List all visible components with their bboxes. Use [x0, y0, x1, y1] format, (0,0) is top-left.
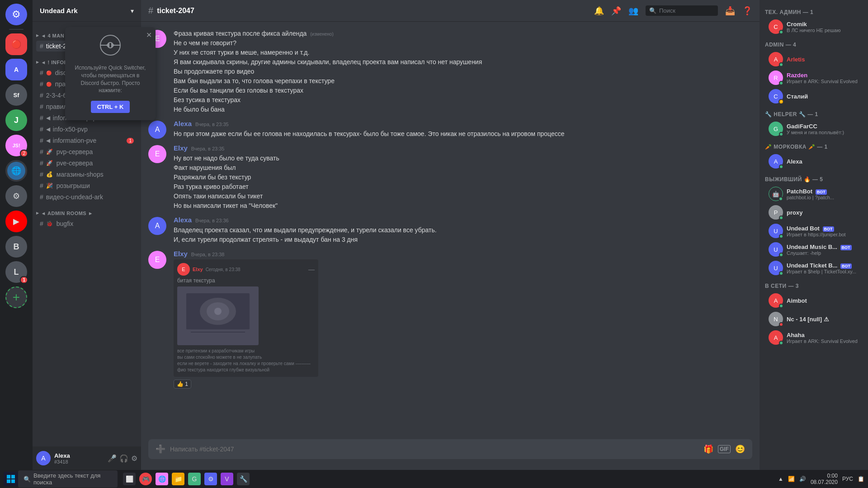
taskbar-icon-7[interactable]: V	[221, 473, 233, 485]
close-icon[interactable]: ✕	[146, 31, 152, 39]
channel-giveaways[interactable]: # 🎉 розыгрыши	[36, 180, 137, 191]
rs-category-survivor: ВЫЖИВШИЙ 🔥 — 5	[760, 171, 868, 184]
rs-user-arletis[interactable]: A Arletis	[763, 50, 864, 68]
channel-pve-servers[interactable]: # 🚀 pve-сервера	[36, 158, 137, 169]
settings-icon[interactable]: ⚙	[131, 454, 137, 463]
server-icon-play[interactable]: ▶	[5, 211, 27, 232]
rs-user-undead-ticket[interactable]: U Undead Ticket B... BOT Играет в $help …	[763, 259, 864, 277]
rs-user-aimbot[interactable]: A Aimbot	[763, 291, 864, 310]
emoji-icon[interactable]: 😊	[735, 444, 745, 454]
rs-user-nc14[interactable]: N Nc - 14 [null] ⚠	[763, 310, 864, 328]
gift-icon[interactable]: 🎁	[703, 444, 713, 454]
search-placeholder: Поиск	[659, 7, 675, 14]
server-icon-gear[interactable]: ⚙	[5, 185, 27, 207]
microphone-icon[interactable]: 🎤	[108, 454, 117, 463]
server-icon-l[interactable]: L 1	[5, 261, 27, 283]
taskbar-icon-1[interactable]: ⬜	[123, 473, 136, 485]
server-icon-1[interactable]: 🔴	[5, 33, 27, 55]
rs-user-status: patchbot.io | ?patch...	[787, 195, 859, 200]
taskbar-search-text: Введите здесь текст для поиска	[33, 472, 112, 486]
rs-user-proxy[interactable]: P proxy	[763, 203, 864, 221]
channel-videos[interactable]: # видео-с-undead-ark	[36, 192, 137, 202]
help-icon[interactable]: ❓	[742, 6, 752, 16]
current-user-name: Alexa	[54, 452, 104, 459]
message-image	[177, 286, 259, 345]
members-icon[interactable]: 👥	[628, 6, 638, 16]
rs-user-cromik[interactable]: C Cromik В ЛС ничего НЕ решаю	[763, 18, 864, 36]
server-icon-sf[interactable]: Sf	[5, 84, 27, 106]
add-icon[interactable]: ➕	[156, 444, 165, 454]
channel-header-name: ticket-2047	[157, 7, 194, 15]
message-content: Фраза кривая текстура после фикса айленд…	[174, 29, 752, 114]
server-icon-j[interactable]: J	[5, 109, 27, 131]
reaction-thumbs-up[interactable]: 👍 1	[174, 380, 191, 389]
message-group: E Фраза кривая текстура после фикса айле…	[148, 29, 752, 114]
close-embed-icon[interactable]: —	[308, 266, 315, 273]
status-dot	[779, 253, 783, 257]
rs-user-status: Играет в ARK: Survival Evolved	[787, 79, 859, 84]
server-list: ⚙ 🔴 A Sf J JS! 2 🌐 ⚙ ▶ B L 1 +	[0, 0, 33, 470]
discord-home-icon[interactable]: ⚙	[5, 4, 27, 25]
status-dot	[779, 30, 783, 34]
rs-avatar: U	[769, 261, 783, 275]
message-author: Alexa	[174, 120, 192, 127]
channel-category-admin[interactable]: ▸ ◄ ADMIN ROOMS ►	[33, 203, 141, 218]
rs-user-undead-music[interactable]: U Undead Music B... BOT Слушает: -help	[763, 240, 864, 258]
taskbar-icon-2[interactable]: 🎮	[139, 473, 152, 485]
add-server-button[interactable]: +	[5, 286, 27, 308]
server-icon-blue[interactable]: 🌐	[5, 160, 27, 182]
bot-badge: BOT	[816, 189, 827, 195]
server-icon-b[interactable]: B	[5, 236, 27, 258]
message-embed: E Elxy Сегодня, в 23:38 — битая текстура	[174, 259, 318, 377]
notification-center-icon[interactable]: 📋	[858, 476, 864, 482]
current-user-tag: #3418	[54, 459, 104, 465]
taskbar-icon-3[interactable]: 🌐	[156, 473, 168, 485]
rs-user-info: proxy	[787, 209, 859, 216]
rs-user-undead-bot[interactable]: U Undead Bot BOT Играет в https://junipe…	[763, 222, 864, 240]
search-bar[interactable]: 🔍 Поиск	[646, 5, 718, 16]
rs-user-patchbot[interactable]: 🤖 PatchBot BOT patchbot.io | ?patch...	[763, 185, 864, 203]
user-area: A Alexa #3418 🎤 🎧 ⚙	[33, 446, 141, 470]
avatar: E	[148, 251, 166, 269]
rs-user-alexa[interactable]: A Alexa	[763, 152, 864, 170]
channel-shops[interactable]: # 💰 магазины-shops	[36, 169, 137, 180]
server-notification-badge: 2	[20, 150, 28, 157]
taskbar-search[interactable]: 🔍 Введите здесь текст для поиска	[18, 470, 118, 488]
message-author: Elxy	[174, 250, 188, 258]
channel-pvp-servers[interactable]: # 🚀 pvp-сервера	[36, 146, 137, 157]
rs-user-name: Arletis	[787, 56, 859, 63]
pin-icon[interactable]: 📌	[611, 6, 621, 16]
server-icon-2[interactable]: A	[5, 59, 27, 80]
taskbar-icon-4[interactable]: 📁	[172, 473, 184, 485]
rs-user-razden[interactable]: R Razden Играет в ARK: Survival Evolved	[763, 69, 864, 87]
svg-rect-13	[11, 479, 15, 483]
status-dot	[779, 132, 783, 136]
inbox-icon[interactable]: 📥	[725, 6, 735, 16]
rs-user-ahaha[interactable]: A Ahaha Играет в ARK: Survival Evolved	[763, 328, 864, 347]
server-header[interactable]: Undead Ark ▾	[33, 0, 141, 22]
rs-user-status: Играет в ARK: Survival Evolved	[787, 338, 859, 344]
server-icon-js[interactable]: JS! 2	[5, 135, 27, 156]
image-caption: все притензии к разработчикам игры вы са…	[177, 348, 315, 373]
taskbar-discord-active[interactable]: ⚙	[204, 473, 217, 485]
rs-user-gadifarcc[interactable]: G GadiFarCC У меня и гига поплывёт:)	[763, 120, 864, 138]
taskbar-icon-5[interactable]: G	[188, 473, 201, 485]
forwarded-label: битая текстура	[177, 277, 315, 284]
header-icons: 🔔 📌 👥 🔍 Поиск 📥 ❓	[594, 5, 752, 16]
taskbar-icon-8[interactable]: 🔧	[237, 473, 250, 485]
rs-user-info: Arletis	[787, 56, 859, 63]
rs-avatar: С ⚡	[769, 89, 783, 103]
quick-switcher-shortcut[interactable]: CTRL + K	[91, 101, 130, 113]
channel-bugfix[interactable]: # 🐞 bugfix	[36, 218, 137, 229]
channel-info-pve[interactable]: # ◀ information-pve 1	[36, 135, 137, 146]
gif-icon[interactable]: GIF	[718, 445, 731, 453]
windows-icon[interactable]	[4, 472, 18, 486]
message-content: Elxy Вчера, в 23:38 E Elxy Сегодня, в 23…	[174, 250, 752, 389]
rs-user-name: Сталий	[787, 93, 859, 100]
bell-icon[interactable]: 🔔	[594, 6, 604, 16]
message-input[interactable]	[170, 441, 699, 457]
channel-info-x50-pvp[interactable]: # ◀ info-x50-pvp	[36, 124, 137, 135]
rs-user-staliy[interactable]: С ⚡ Сталий	[763, 87, 864, 105]
message-text: Ну вот не надо было ее туда сувать Факт …	[174, 154, 752, 211]
headphones-icon[interactable]: 🎧	[119, 454, 128, 463]
